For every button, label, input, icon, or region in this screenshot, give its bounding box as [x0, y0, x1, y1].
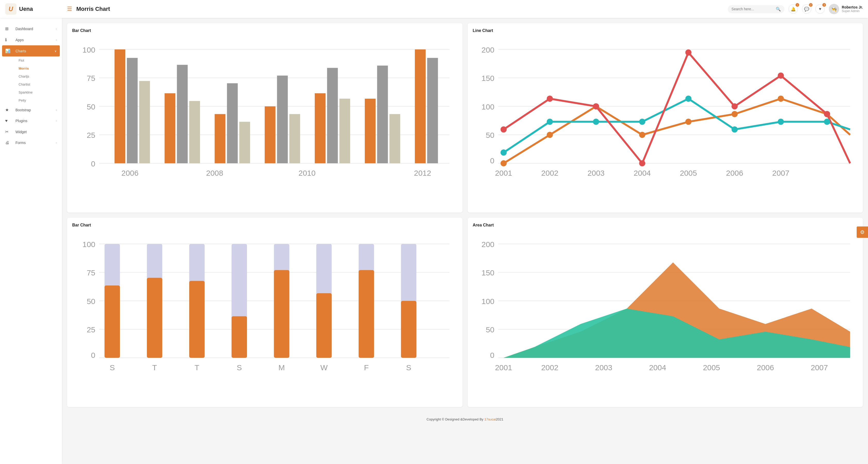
sidebar-sub-item-sparkline[interactable]: Sparkline [16, 88, 62, 96]
svg-text:50: 50 [486, 325, 494, 334]
svg-point-66 [777, 72, 784, 78]
svg-text:2006: 2006 [726, 169, 743, 177]
svg-rect-86 [104, 286, 120, 358]
svg-rect-100 [359, 270, 374, 358]
sidebar-sub-item-flot[interactable]: Flot [16, 57, 62, 64]
messages-button[interactable]: 💬 2 [802, 4, 811, 14]
avatar: 👨‍🍳 [829, 4, 839, 14]
svg-text:2004: 2004 [649, 363, 666, 372]
svg-rect-21 [289, 114, 300, 163]
svg-text:2002: 2002 [541, 169, 558, 177]
svg-text:2004: 2004 [633, 169, 650, 177]
user-role: Super Admin [842, 9, 863, 13]
svg-text:150: 150 [481, 268, 494, 277]
svg-text:75: 75 [87, 74, 95, 82]
svg-point-61 [547, 96, 553, 102]
area-chart-svg: 200 150 100 50 0 2001 [473, 232, 858, 401]
layout: ⊞ Dashboard › ℹ Apps › 📊 Charts ∨ Flot M… [0, 18, 868, 464]
area-chart-title: Area Chart [473, 223, 858, 228]
svg-text:25: 25 [87, 325, 95, 334]
svg-text:2007: 2007 [772, 169, 789, 177]
svg-text:2005: 2005 [703, 363, 720, 372]
svg-text:100: 100 [481, 103, 494, 111]
svg-text:200: 200 [481, 240, 494, 248]
chevron-icon: › [56, 27, 57, 31]
sidebar-sub-item-chartjs[interactable]: Chartjs [16, 72, 62, 80]
chevron-icon: › [56, 119, 57, 123]
svg-text:0: 0 [91, 351, 95, 359]
svg-point-67 [824, 111, 830, 117]
bootstrap-icon: ★ [5, 107, 12, 112]
search-icon: 🔍 [776, 7, 781, 11]
footer-link[interactable]: 17sucai [485, 418, 496, 421]
settings-fab-button[interactable]: ⚙ [857, 227, 868, 238]
sidebar-sub-item-chartist[interactable]: Chartist [16, 80, 62, 88]
svg-text:F: F [364, 363, 369, 372]
svg-text:100: 100 [481, 297, 494, 305]
svg-rect-23 [327, 68, 338, 163]
svg-text:100: 100 [83, 240, 95, 248]
sidebar-item-dashboard[interactable]: ⊞ Dashboard › [0, 23, 62, 34]
sidebar-item-forms[interactable]: 🖨 Forms › [0, 137, 62, 148]
sidebar-sub-item-morris[interactable]: Morris [16, 64, 62, 72]
svg-point-52 [500, 150, 506, 156]
svg-text:150: 150 [481, 74, 494, 82]
bar-chart-1-card: Bar Chart 100 75 50 25 0 [67, 23, 463, 212]
header: U Uena ☰ Morris Chart 🔍 🔔 1 💬 2 ♥ 3 👨‍🍳 … [0, 0, 868, 18]
svg-text:2002: 2002 [541, 363, 558, 372]
svg-rect-19 [265, 106, 276, 163]
svg-text:T: T [195, 363, 199, 372]
svg-text:2007: 2007 [810, 363, 828, 372]
search-input[interactable] [732, 7, 776, 11]
user-menu[interactable]: 👨‍🍳 Robertos Jr. Super Admin [829, 4, 863, 14]
menu-toggle-button[interactable]: ☰ [67, 6, 72, 12]
bar-chart-1-title: Bar Chart [72, 28, 457, 33]
svg-rect-13 [164, 93, 175, 163]
svg-rect-11 [127, 58, 138, 163]
svg-text:75: 75 [87, 268, 95, 277]
user-name: Robertos Jr. [842, 5, 863, 9]
favorites-button[interactable]: ♥ 3 [815, 4, 825, 14]
svg-point-65 [732, 103, 738, 109]
svg-rect-96 [274, 270, 289, 358]
svg-rect-17 [227, 83, 238, 163]
bar-chart-2-card: Bar Chart 100 75 50 25 0 [67, 218, 463, 407]
notifications-button[interactable]: 🔔 1 [788, 4, 798, 14]
header-icons: 🔔 1 💬 2 ♥ 3 [788, 4, 825, 14]
svg-point-50 [777, 96, 784, 102]
svg-text:50: 50 [486, 131, 494, 139]
user-info: Robertos Jr. Super Admin [842, 5, 863, 13]
svg-text:2003: 2003 [595, 363, 612, 372]
svg-point-44 [500, 160, 506, 166]
widget-icon: ✂ [5, 129, 12, 134]
svg-rect-94 [231, 317, 247, 358]
svg-point-56 [685, 96, 691, 102]
sidebar-item-apps[interactable]: ℹ Apps › [0, 34, 62, 45]
svg-text:25: 25 [87, 131, 95, 139]
sidebar-item-charts[interactable]: 📊 Charts ∨ [2, 45, 60, 57]
svg-point-49 [732, 111, 738, 117]
charts-grid: Bar Chart 100 75 50 25 0 [67, 23, 863, 407]
sidebar-item-bootstrap[interactable]: ★ Bootstrap › [0, 104, 62, 115]
svg-text:50: 50 [87, 297, 95, 305]
search-bar[interactable]: 🔍 [728, 5, 784, 13]
svg-text:2008: 2008 [206, 169, 223, 177]
footer-text-before: Copyright © Designed &Developed By [427, 418, 485, 421]
svg-text:50: 50 [87, 103, 95, 111]
svg-rect-29 [427, 58, 438, 163]
svg-text:2003: 2003 [587, 169, 604, 177]
svg-text:W: W [320, 363, 328, 372]
sidebar-item-label: Dashboard [16, 27, 56, 31]
sidebar-item-widget[interactable]: ✂ Widget [0, 126, 62, 137]
charts-icon: 📊 [5, 48, 12, 53]
line-chart-svg: 200 150 100 50 0 [473, 37, 858, 206]
svg-text:2001: 2001 [495, 169, 512, 177]
bar-chart-2-svg: 100 75 50 25 0 [72, 232, 457, 401]
svg-point-58 [777, 119, 784, 125]
logo-icon: U [5, 3, 17, 15]
svg-text:2005: 2005 [680, 169, 697, 177]
svg-point-57 [732, 126, 738, 132]
sidebar-item-plugins[interactable]: ♥ Plugins › [0, 115, 62, 126]
sidebar-sub-item-peity[interactable]: Peity [16, 96, 62, 104]
main-content: Bar Chart 100 75 50 25 0 [62, 18, 868, 464]
